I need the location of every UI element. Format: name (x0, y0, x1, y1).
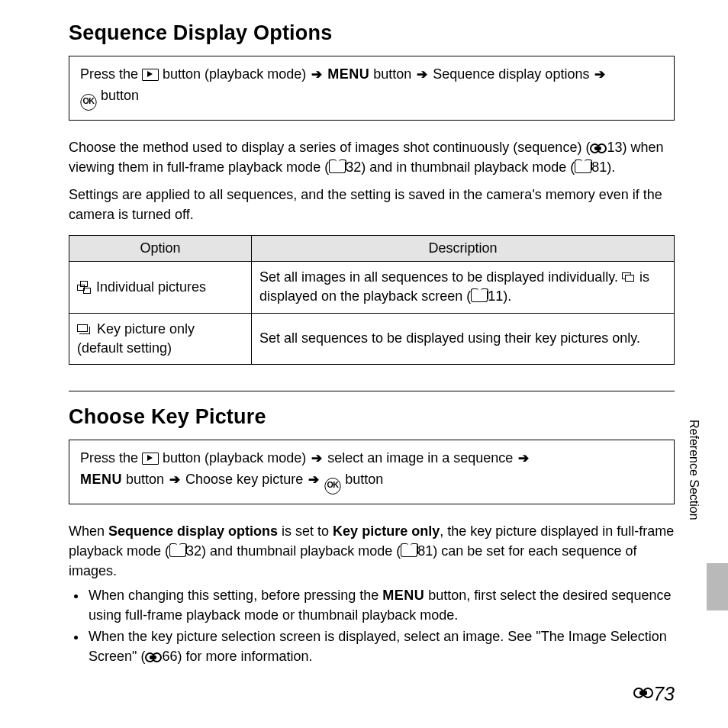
bullet-list: When changing this setting, before press… (69, 585, 675, 666)
text: Key picture only (93, 321, 195, 337)
sequence-stack-icon (622, 272, 636, 283)
side-tab (707, 563, 728, 610)
side-label-reference-section: Reference Section (687, 420, 701, 520)
menu-label: MENU (327, 66, 369, 82)
table-header-description: Description (252, 236, 675, 262)
menu-label: MENU (80, 472, 122, 487)
section-title-choose-key-picture: Choose Key Picture (69, 405, 675, 429)
arrow-icon: ➔ (168, 470, 182, 490)
text: 32) and in thumbnail playback mode ( (346, 159, 575, 175)
table-header-option: Option (69, 236, 252, 262)
text: When (69, 523, 108, 539)
arrow-icon: ➔ (593, 65, 607, 85)
text: button (373, 66, 415, 82)
text: (default setting) (77, 340, 172, 356)
paragraph: When Sequence display options is set to … (69, 521, 675, 581)
arrow-icon: ➔ (310, 65, 324, 85)
arrow-icon: ➔ (415, 65, 429, 85)
bold-text: Key picture only (333, 523, 440, 539)
book-page-icon (169, 546, 186, 557)
key-picture-icon (77, 324, 92, 335)
text: is set to (278, 523, 333, 539)
text: Press the (80, 66, 142, 82)
arrow-icon: ➔ (310, 449, 324, 469)
paragraph: Settings are applied to all sequences, a… (69, 185, 675, 224)
arrow-icon: ➔ (307, 470, 321, 490)
table-cell-description: Set all images in all sequences to be di… (252, 262, 675, 313)
page-number-value: 73 (653, 683, 675, 704)
table-cell-option: Key picture only (default setting) (69, 313, 252, 364)
individual-pictures-icon (77, 281, 91, 293)
text: select an image in a sequence (327, 450, 517, 465)
text: Sequence display options (433, 66, 593, 82)
book-page-icon (471, 291, 488, 302)
text: Choose the method used to display a seri… (69, 140, 590, 155)
arrow-icon: ➔ (517, 449, 530, 469)
reference-section-icon (633, 685, 653, 699)
text: When changing this setting, before press… (89, 588, 382, 603)
navigation-path-box-1: Press the button (playback mode) ➔ MENU … (69, 56, 675, 121)
text: button (playback mode) (163, 66, 310, 82)
text: 66) for more information. (162, 649, 312, 664)
section-separator (69, 391, 675, 391)
text: Set all images in all sequences to be di… (259, 269, 622, 285)
playback-button-icon (142, 453, 159, 465)
table-cell-option: Individual pictures (69, 262, 252, 313)
ok-button-icon: OK (325, 478, 341, 494)
book-page-icon (401, 546, 417, 557)
text: button (playback mode) (163, 450, 310, 465)
list-item: When the key picture selection screen is… (87, 627, 675, 666)
text: button (345, 472, 383, 487)
manual-page: Sequence Display Options Press the butto… (0, 0, 728, 728)
menu-label: MENU (382, 588, 424, 603)
playback-button-icon (142, 69, 159, 81)
navigation-path-box-2: Press the button (playback mode) ➔ selec… (69, 440, 675, 504)
reference-section-icon (145, 651, 162, 663)
table-row: Key picture only (default setting) Set a… (69, 313, 675, 364)
book-page-icon (575, 162, 591, 173)
book-page-icon (329, 162, 346, 173)
text: Individual pictures (92, 279, 206, 295)
reference-section-icon (590, 142, 607, 154)
text: button (126, 472, 168, 487)
bold-text: Sequence display options (108, 523, 278, 539)
ok-button-icon: OK (80, 94, 96, 111)
table-cell-description: Set all sequences to be displayed using … (252, 313, 675, 364)
text: Press the (80, 450, 142, 465)
table-row: Individual pictures Set all images in al… (69, 262, 675, 313)
text: 81). (591, 159, 615, 175)
paragraph: Choose the method used to display a seri… (69, 137, 675, 177)
page-number: 73 (633, 683, 675, 705)
text: 11). (488, 288, 511, 304)
list-item: When changing this setting, before press… (87, 585, 675, 625)
text: 32) and thumbnail playback mode ( (186, 543, 401, 559)
text: Choose key picture (185, 472, 307, 487)
options-table: Option Description Individual pictures S… (69, 235, 675, 365)
section-title-sequence-display: Sequence Display Options (69, 21, 675, 45)
text: button (101, 88, 139, 103)
